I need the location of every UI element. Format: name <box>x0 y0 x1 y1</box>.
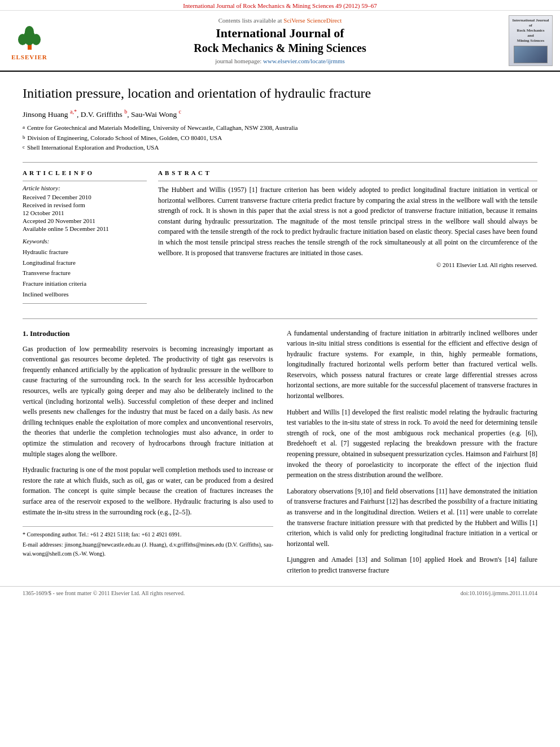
journal-title-line2: Rock Mechanics & Mining Sciences <box>58 41 502 55</box>
body-left-para2: Hydraulic fracturing is one of the most … <box>23 465 273 517</box>
article-info-abstract-section: A R T I C L E I N F O Article history: R… <box>23 162 537 307</box>
article-history-label: Article history: <box>23 185 147 191</box>
svg-point-4 <box>25 26 34 37</box>
author-sup-c: c <box>179 108 181 115</box>
received-date: Received 7 December 2010 <box>23 194 147 200</box>
body-left-para1: Gas production of low permeability reser… <box>23 344 273 460</box>
thumb-title: International Journal ofRock Mechanicsan… <box>511 18 550 43</box>
accepted-date: Accepted 20 November 2011 <box>23 217 147 224</box>
keywords-label: Keywords: <box>23 238 147 244</box>
article-info-panel: A R T I C L E I N F O Article history: R… <box>23 169 147 307</box>
journal-citation-text: International Journal of Rock Mechanics … <box>183 2 377 9</box>
abstract-label: A B S T R A C T <box>158 169 537 176</box>
issn-text: 1365-1609/$ - see front matter © 2011 El… <box>23 590 185 596</box>
bottom-bar: 1365-1609/$ - see front matter © 2011 El… <box>0 586 560 600</box>
contents-available-line: Contents lists available at SciVerse Sci… <box>58 17 502 24</box>
abstract-text: The Hubbert and Willis (1957) [1] fractu… <box>158 185 537 258</box>
body-left-column: 1. Introduction Gas production of low pe… <box>23 328 273 582</box>
footnote-email-label: E-mail addresses: <box>23 541 63 548</box>
keyword-5: Inclined wellbores <box>23 289 147 300</box>
authors-line: Jinsong Huang a,*, D.V. Griffiths b, Sau… <box>23 108 537 119</box>
homepage-link[interactable]: www.elsevier.com/locate/ijrmms <box>263 58 345 64</box>
affil-text-a: Centre for Geotechnical and Materials Mo… <box>27 123 298 133</box>
keyword-1: Hydraulic fracture <box>23 247 147 257</box>
svg-point-2 <box>18 34 27 45</box>
footnote-corresponding: * Corresponding author. Tel.: +61 2 4921… <box>23 530 273 539</box>
journal-thumbnail: International Journal ofRock Mechanicsan… <box>508 15 553 66</box>
info-divider-bottom <box>23 303 147 304</box>
abstract-divider <box>158 181 537 181</box>
author-sup-b: b <box>124 108 127 115</box>
footnote-emails: E-mail addresses: jinsong.huang@newcastl… <box>23 540 273 558</box>
body-right-column: A fundamental understanding of fracture … <box>287 328 537 582</box>
info-divider-top <box>23 181 147 181</box>
thumb-box-image: International Journal ofRock Mechanicsan… <box>509 15 553 66</box>
body-right-para2: Hubbert and Willis [1] developed the fir… <box>287 407 537 480</box>
main-content: Initiation pressure, location and orient… <box>0 85 560 582</box>
body-right-para3: Laboratory observations [9,10] and field… <box>287 486 537 549</box>
affiliation-b: b Division of Engineering, Colorado Scho… <box>23 133 537 143</box>
affil-sup-b: b <box>23 133 25 141</box>
journal-header: ELSEVIER Contents lists available at Sci… <box>0 11 560 72</box>
body-two-col: 1. Introduction Gas production of low pe… <box>23 328 537 582</box>
article-title: Initiation pressure, location and orient… <box>23 85 537 102</box>
affil-sup-a: a <box>23 123 25 131</box>
author-sup-a: a,* <box>70 108 77 115</box>
online-date: Available online 5 December 2011 <box>23 225 147 232</box>
journal-center-info: Contents lists available at SciVerse Sci… <box>58 17 502 64</box>
affiliation-a: a Centre for Geotechnical and Materials … <box>23 123 537 133</box>
keyword-4: Fracture initiation criteria <box>23 278 147 289</box>
copyright-line: © 2011 Elsevier Ltd. All rights reserved… <box>158 261 537 268</box>
elsevier-brand-text: ELSEVIER <box>11 54 47 60</box>
revised-label: Received in revised form <box>23 202 147 208</box>
journal-title-line1: International Journal of <box>58 26 502 41</box>
doi-text: doi:10.1016/j.ijrmms.2011.11.014 <box>461 590 537 596</box>
affiliations-section: a Centre for Geotechnical and Materials … <box>23 123 537 153</box>
sciverse-link[interactable]: SciVerse ScienceDirect <box>283 17 342 24</box>
elsevier-tree-icon <box>14 21 45 53</box>
footnotes-section: * Corresponding author. Tel.: +61 2 4921… <box>23 526 273 558</box>
affil-sup-c: c <box>23 143 25 151</box>
abstract-panel: A B S T R A C T The Hubbert and Willis (… <box>158 169 537 307</box>
affil-text-b: Division of Engineering, Colorado School… <box>28 133 222 143</box>
body-divider <box>23 318 537 319</box>
revised-date: 12 October 2011 <box>23 209 147 216</box>
elsevier-logo: ELSEVIER <box>7 21 52 60</box>
article-info-label: A R T I C L E I N F O <box>23 169 147 176</box>
body-right-para1: A fundamental understanding of fracture … <box>287 328 537 401</box>
keyword-2: Longitudinal fracture <box>23 257 147 268</box>
svg-point-3 <box>32 34 41 45</box>
affiliation-c: c Shell International Exploration and Pr… <box>23 143 537 153</box>
affil-text-c: Shell International Exploration and Prod… <box>27 143 159 153</box>
journal-citation-bar: International Journal of Rock Mechanics … <box>0 0 560 11</box>
keyword-3: Transverse fracture <box>23 268 147 278</box>
thumb-cover-image <box>514 46 548 63</box>
body-right-para4: Ljunggren and Amadei [13] and Soliman [1… <box>287 554 537 575</box>
journal-homepage-line: journal homepage: www.elsevier.com/locat… <box>58 58 502 64</box>
section1-heading: 1. Introduction <box>23 328 273 339</box>
keywords-list: Hydraulic fracture Longitudinal fracture… <box>23 247 147 299</box>
